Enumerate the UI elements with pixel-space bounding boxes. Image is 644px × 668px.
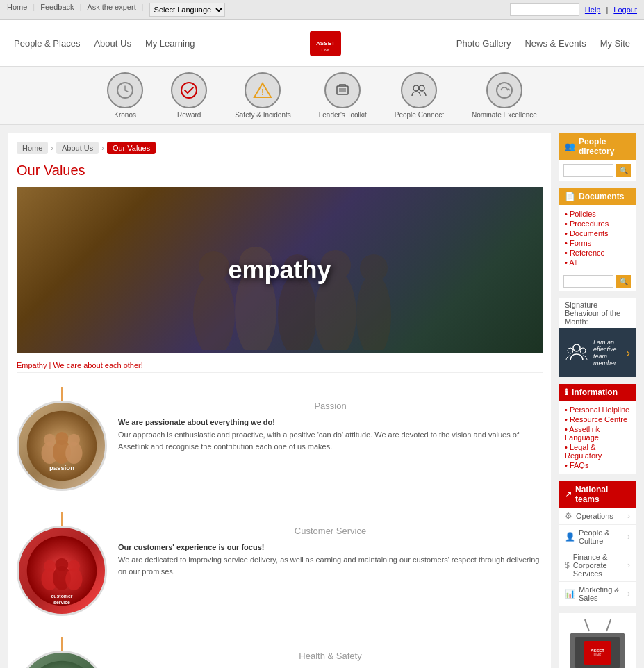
main-nav: People & Places About Us My Learning — [14, 38, 195, 49]
connector-bot — [61, 637, 63, 651]
svg-point-22 — [360, 254, 388, 282]
doc-reference[interactable]: Reference — [570, 249, 605, 257]
svg-text:ASSET: ASSET — [316, 40, 335, 47]
ask-expert-link[interactable]: Ask the expert — [87, 3, 135, 17]
health-title: Health & Safety — [118, 651, 543, 661]
svg-point-40 — [27, 661, 97, 668]
svg-point-37 — [65, 569, 82, 590]
signature-behaviour-section: Signature Behaviour of the Month: I am a… — [559, 298, 636, 377]
national-marketing[interactable]: 📊 Marketing & Sales › — [559, 582, 636, 606]
connector-top — [61, 387, 63, 401]
doc-documents[interactable]: Documents — [570, 229, 609, 237]
help-link[interactable]: Help — [585, 6, 601, 14]
doc-forms[interactable]: Forms — [570, 239, 591, 247]
people-culture-label: People & Culture — [579, 528, 627, 545]
home-link[interactable]: Home — [7, 3, 27, 17]
sig-quote-container: I am an effective team member — [593, 339, 622, 367]
marketing-icon: 📊 — [565, 589, 575, 599]
tv-antenna — [570, 619, 625, 631]
customer-circle-inner: customer service — [19, 528, 105, 614]
tv-logo: ASSET LINK — [584, 641, 611, 665]
doc-search-button[interactable]: 🔍 — [616, 275, 631, 288]
svg-text:LINK: LINK — [322, 48, 330, 52]
people-search-button[interactable]: 🔍 — [616, 164, 631, 177]
connector-mid — [61, 512, 63, 526]
breadcrumb-home[interactable]: Home — [17, 142, 48, 154]
passion-body: We are passionate about everything we do… — [118, 417, 543, 453]
safety-icon: ! — [245, 72, 281, 108]
logout-link[interactable]: Logout — [613, 6, 637, 14]
breadcrumb-about[interactable]: About Us — [56, 142, 99, 154]
national-teams-header: ↗ National teams — [559, 481, 636, 508]
tv-logo-subtext: LINK — [593, 653, 601, 657]
people-directory-section: 👥 People directory 🔍 — [559, 133, 636, 181]
tv-case: ASSET LINK — [570, 633, 625, 668]
sidebar: 👥 People directory 🔍 📄 Documents Policie… — [559, 133, 636, 668]
nav-reward-label: Reward — [177, 111, 201, 119]
finance-label: Finance & Corporate Services — [573, 553, 627, 578]
breadcrumb: Home › About Us › Our Values — [17, 142, 543, 154]
info-personal-helpline[interactable]: Personal Helpline — [570, 406, 629, 414]
documents-header: 📄 Documents — [559, 188, 636, 205]
nav-people-connect[interactable]: People Connect — [395, 72, 444, 119]
information-section: ℹ Information Personal Helpline Resource… — [559, 384, 636, 474]
doc-policies[interactable]: Policies — [570, 210, 596, 218]
people-culture-chevron: › — [627, 532, 630, 542]
nav-my-learning[interactable]: My Learning — [145, 38, 195, 49]
reward-icon — [171, 72, 207, 108]
documents-section: 📄 Documents Policies Procedures Document… — [559, 188, 636, 291]
finance-chevron: › — [627, 560, 630, 570]
info-assetlink-language[interactable]: Assetlink Language — [565, 425, 600, 442]
nav-people-places[interactable]: People & Places — [14, 38, 80, 49]
marketing-label: Marketing & Sales — [579, 585, 627, 602]
info-legal[interactable]: Legal & Regulatory — [565, 443, 602, 460]
svg-point-21 — [356, 274, 391, 350]
kronos-icon — [107, 72, 143, 108]
customer-text: Customer Service Our customers' experien… — [118, 526, 543, 578]
health-circle: health & safety — [17, 651, 107, 668]
national-icon: ↗ — [565, 490, 572, 499]
hero-image: empathy — [17, 187, 543, 353]
nav-news-events[interactable]: News & Events — [525, 38, 586, 49]
header: People & Places About Us My Learning ASS… — [0, 20, 644, 67]
nav-reward[interactable]: Reward — [171, 72, 207, 119]
nav-photo-gallery[interactable]: Photo Gallery — [456, 38, 511, 49]
svg-point-51 — [580, 348, 586, 353]
marketing-chevron: › — [627, 589, 630, 599]
national-people-culture[interactable]: 👤 People & Culture › — [559, 525, 636, 549]
nav-safety[interactable]: ! Safety & Incidents — [235, 72, 291, 119]
info-resource-centre[interactable]: Resource Centre — [570, 415, 627, 424]
national-teams-title: National teams — [575, 485, 630, 504]
svg-point-49 — [573, 344, 580, 351]
operations-label: Operations — [576, 512, 613, 520]
nav-leaders[interactable]: Leader's Toolkit — [319, 72, 367, 119]
language-select[interactable]: Select Language — [149, 3, 225, 17]
page-title: Our Values — [17, 162, 543, 178]
nav-people-connect-label: People Connect — [395, 111, 444, 119]
svg-point-11 — [419, 85, 424, 91]
passion-text: Passion We are passionate about everythi… — [118, 401, 543, 453]
doc-search-input[interactable] — [563, 275, 613, 288]
nav-my-site[interactable]: My Site — [600, 38, 630, 49]
svg-text:service: service — [53, 600, 70, 605]
documents-list: Policies Procedures Documents Forms Refe… — [559, 205, 636, 272]
svg-text:passion: passion — [49, 464, 74, 471]
doc-all[interactable]: All — [569, 258, 577, 267]
people-search: 🔍 — [559, 160, 636, 181]
nav-leaders-label: Leader's Toolkit — [319, 111, 367, 119]
sig-behaviour-text: Signature Behaviour of the Month: — [559, 298, 636, 328]
people-search-input[interactable] — [563, 164, 613, 177]
top-bar-right: Help | Logout — [510, 3, 637, 16]
info-faqs[interactable]: FAQs — [570, 461, 589, 469]
nav-nominate[interactable]: Nominate Excellence — [472, 72, 537, 119]
nav-about-us[interactable]: About Us — [94, 38, 131, 49]
feedback-link[interactable]: Feedback — [40, 3, 74, 17]
doc-procedures[interactable]: Procedures — [570, 219, 609, 228]
top-search-input[interactable] — [510, 3, 579, 16]
national-operations[interactable]: ⚙ Operations › — [559, 508, 636, 525]
national-finance[interactable]: $ Finance & Corporate Services › — [559, 549, 636, 582]
people-connect-icon — [401, 72, 437, 108]
antenna-right — [606, 619, 611, 632]
nav-kronos[interactable]: Kronos — [107, 72, 143, 119]
svg-point-29 — [65, 442, 82, 464]
